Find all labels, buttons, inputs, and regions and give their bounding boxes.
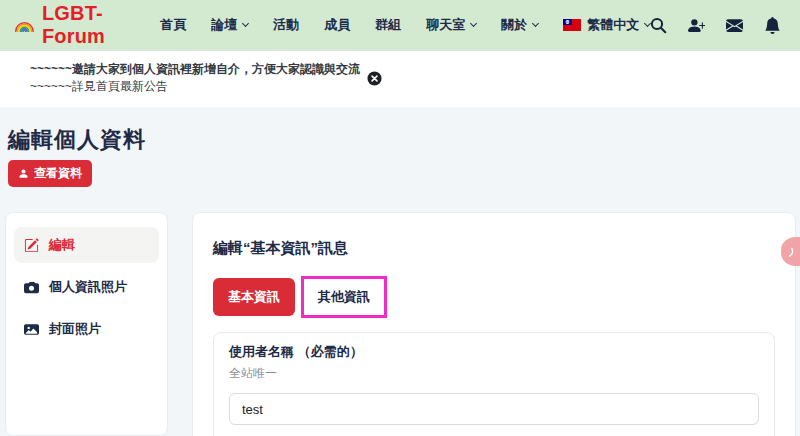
- announcement-text: ~~~~~~邀請大家到個人資訊裡新增自介，方便大家認識與交流 ~~~~~~詳見首…: [30, 61, 360, 95]
- nav-item-members[interactable]: 成員: [324, 16, 350, 34]
- messages-button[interactable]: [726, 17, 743, 34]
- taiwan-flag-icon: [563, 19, 581, 31]
- add-member-button[interactable]: [688, 17, 705, 34]
- page-head: 編輯個人資料 查看資料: [0, 107, 800, 187]
- username-label: 使用者名稱 （必需的）: [229, 343, 759, 361]
- content-area: 編輯 個人資訊照片 封面照片 編輯“基本資訊”訊息 基本資訊: [5, 212, 796, 436]
- sidebar-item-cover-photo[interactable]: 封面照片: [14, 311, 159, 347]
- navbar-actions: 大明: [650, 7, 800, 43]
- brand-link[interactable]: LGBT-Forum: [14, 2, 118, 48]
- section-heading: 編輯“基本資訊”訊息: [213, 239, 775, 258]
- search-button[interactable]: [650, 17, 667, 34]
- announcement-line2: ~~~~~~詳見首頁最新公告: [30, 78, 360, 95]
- announcement-close-button[interactable]: [367, 71, 382, 86]
- sidebar-item-profile-photo[interactable]: 個人資訊照片: [14, 269, 159, 305]
- page-root: LGBT-Forum 首頁 論壇 活動 成員 群組 聊天室 關於: [0, 0, 800, 436]
- sidebar-item-label: 編輯: [49, 236, 75, 254]
- person-icon: [18, 168, 29, 179]
- sidebar-item-label: 個人資訊照片: [49, 278, 127, 296]
- announcement-line1: ~~~~~~邀請大家到個人資訊裡新增自介，方便大家認識與交流: [30, 61, 360, 78]
- floating-theme-button[interactable]: [781, 237, 800, 266]
- add-member-icon: [688, 17, 705, 34]
- view-profile-button[interactable]: 查看資料: [8, 160, 92, 187]
- tab-base-info[interactable]: 基本資訊: [213, 278, 295, 316]
- edit-icon: [24, 238, 39, 253]
- username-hint: 全站唯一: [229, 365, 759, 382]
- nav-item-about[interactable]: 關於: [501, 16, 538, 34]
- profile-tabs: 基本資訊 其他資訊: [213, 276, 775, 318]
- sidebar-item-label: 封面照片: [49, 320, 101, 338]
- nav-item-forum[interactable]: 論壇: [211, 16, 248, 34]
- main-nav: 首頁 論壇 活動 成員 群組 聊天室 關於 繁體中文: [160, 16, 650, 34]
- sidebar-item-edit[interactable]: 編輯: [14, 227, 159, 263]
- profile-sidebar: 編輯 個人資訊照片 封面照片: [5, 212, 168, 436]
- nav-item-chat[interactable]: 聊天室: [426, 16, 476, 34]
- announcement-bar: ~~~~~~邀請大家到個人資訊裡新增自介，方便大家認識與交流 ~~~~~~詳見首…: [0, 50, 800, 107]
- chevron-down-icon: [242, 20, 249, 27]
- notifications-button[interactable]: [764, 17, 781, 34]
- chevron-down-icon: [532, 20, 539, 27]
- rainbow-logo-icon: [14, 14, 35, 36]
- page-title: 編輯個人資料: [8, 127, 800, 153]
- annotation-highlight-box: 其他資訊: [301, 276, 387, 318]
- nav-item-events[interactable]: 活動: [273, 16, 299, 34]
- nav-item-home[interactable]: 首頁: [160, 16, 186, 34]
- chevron-down-icon: [470, 20, 477, 27]
- theme-brush-icon: [786, 245, 798, 259]
- brand-title: LGBT-Forum: [42, 2, 118, 48]
- camera-icon: [24, 280, 39, 295]
- close-icon: [367, 71, 382, 86]
- tab-other-info[interactable]: 其他資訊: [305, 280, 383, 314]
- messages-icon: [726, 17, 743, 34]
- top-navbar: LGBT-Forum 首頁 論壇 活動 成員 群組 聊天室 關於: [0, 0, 800, 50]
- cover-image-icon: [24, 322, 39, 337]
- edit-profile-panel: 編輯“基本資訊”訊息 基本資訊 其他資訊 使用者名稱 （必需的） 全站唯一 公開: [192, 212, 796, 436]
- search-icon: [650, 17, 667, 34]
- nav-item-groups[interactable]: 群組: [375, 16, 401, 34]
- language-selector[interactable]: 繁體中文: [563, 16, 650, 34]
- notifications-icon: [764, 17, 781, 34]
- username-field-group: 使用者名稱 （必需的） 全站唯一 公開: [213, 332, 775, 436]
- username-input[interactable]: [229, 393, 759, 425]
